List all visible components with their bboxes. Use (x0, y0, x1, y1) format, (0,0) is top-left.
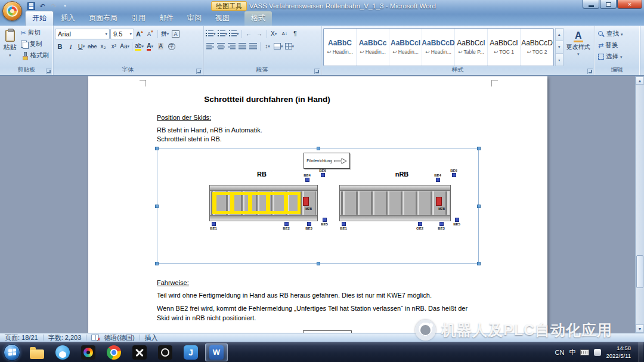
styles-scroll-up-button[interactable]: ▲ (555, 28, 564, 41)
language-indicator[interactable]: 德语(德国) (104, 333, 134, 342)
taskbar-button-messenger[interactable] (51, 344, 74, 361)
selection-handle[interactable] (477, 147, 481, 150)
strikethrough-button[interactable]: abc (87, 41, 97, 51)
tab-format[interactable]: 格式 (244, 11, 272, 26)
character-shading-button[interactable]: A (156, 41, 166, 51)
doc-text-paragraph[interactable]: Wenn BE2 frei wird, kommt die Fehlermeld… (157, 304, 474, 323)
page-indicator[interactable]: 页面: 18/21 (5, 333, 38, 342)
style-item[interactable]: AaBbCcD↩ TOC 2 (521, 29, 553, 66)
subscript-button[interactable]: x₂ (98, 41, 108, 51)
doc-text-line[interactable]: Teil wird ohne Fertigmeldung in Hand aus… (157, 292, 432, 299)
styles-scroll-down-button[interactable]: ▼ (555, 41, 564, 54)
style-item[interactable]: AaBbCc↩ Headin... (357, 29, 389, 66)
doc-position-heading[interactable]: Position der Skids: (157, 114, 211, 121)
keyboard-icon[interactable] (580, 349, 589, 355)
selection-handle[interactable] (155, 262, 159, 265)
undo-button[interactable]: ↶ (38, 1, 47, 11)
align-center-button[interactable] (216, 41, 226, 51)
qat-customize-button[interactable]: ▾ (60, 1, 70, 11)
tab-references[interactable]: 引用 (125, 11, 152, 26)
taskbar-button-chrome[interactable] (103, 344, 125, 361)
show-hide-marks-button[interactable]: ¶ (290, 29, 301, 39)
paste-button[interactable]: 粘贴 ▾ (2, 27, 18, 61)
paragraph-dialog-launcher[interactable] (314, 69, 320, 74)
taskbar-button-app-cam[interactable] (154, 344, 177, 361)
pinyin-guide-button[interactable]: 拼▾ (160, 29, 170, 39)
taskbar-button-explorer[interactable] (26, 344, 48, 361)
change-styles-button[interactable]: A 更改样式 ▾ (565, 27, 592, 66)
font-dialog-launcher[interactable] (196, 69, 202, 74)
insert-mode-indicator[interactable]: 插入 (145, 333, 158, 342)
increase-indent-button[interactable]: → (255, 29, 265, 39)
bullets-button[interactable]: ▾ (205, 29, 216, 39)
grow-font-button[interactable]: A▲ (135, 29, 145, 39)
vertical-scrollbar[interactable]: ▲ ▼ (635, 76, 644, 333)
tab-mailings[interactable]: 邮件 (153, 11, 180, 26)
doc-fahrweise-heading[interactable]: Fahrweise: (157, 279, 189, 286)
taskbar-button-word-active[interactable]: W (205, 344, 228, 361)
select-button[interactable]: 选择▾ (596, 51, 637, 62)
style-item[interactable]: AaBbC↩ Headin... (324, 29, 357, 66)
doc-text-line[interactable]: Schrottteil steht in RB. (157, 135, 222, 143)
font-color-button[interactable]: A▾ (145, 41, 155, 51)
style-item[interactable]: AaBbCcI↩ Headin... (389, 29, 422, 66)
tab-view[interactable]: 视图 (209, 11, 236, 26)
highlight-color-button[interactable]: ab▾ (134, 41, 144, 51)
redo-button[interactable]: ↷ (49, 1, 58, 11)
italic-button[interactable]: I (66, 41, 76, 51)
style-item[interactable]: AaBbCcI↩ Table P... (455, 29, 488, 66)
enclose-character-button[interactable]: 字 (166, 41, 177, 51)
ime-mode-indicator[interactable]: 中 (569, 348, 575, 357)
align-left-button[interactable] (205, 41, 215, 51)
taskbar-button-media-player[interactable] (77, 344, 100, 361)
change-case-button[interactable]: Aa▾ (119, 41, 130, 51)
input-language-indicator[interactable]: CN (555, 349, 565, 356)
selection-handle[interactable] (317, 147, 320, 150)
decrease-indent-button[interactable]: ← (244, 29, 254, 39)
copy-button[interactable]: 复制 (19, 39, 51, 49)
underline-button[interactable]: U▾ (76, 41, 86, 51)
font-name-select[interactable]: Arial▾ (55, 29, 110, 39)
tab-home[interactable]: 开始 (25, 11, 54, 26)
asian-layout-button[interactable]: X▾ (269, 29, 279, 39)
selected-drawing-canvas[interactable]: Förderrichtung RB nRB MZB (157, 148, 479, 264)
scroll-down-icon[interactable]: ▼ (636, 324, 644, 333)
sort-button[interactable]: A↓ (280, 29, 290, 39)
doc-title-text[interactable]: Schrottteil durchfahren (in Hand) (148, 95, 386, 104)
close-button[interactable]: × (617, 0, 642, 9)
cut-button[interactable]: ✂剪切 (19, 27, 51, 38)
format-painter-button[interactable]: 格式刷 (19, 50, 51, 61)
save-button[interactable] (26, 1, 36, 11)
styles-dialog-launcher[interactable] (587, 69, 593, 74)
scrollbar-thumb[interactable] (636, 255, 643, 288)
borders-button[interactable]: ▾ (284, 41, 295, 51)
taskbar-button-app-j[interactable]: J (179, 344, 202, 361)
distribute-button[interactable] (248, 41, 258, 51)
office-button[interactable] (2, 1, 22, 21)
align-right-button[interactable] (227, 41, 237, 51)
doc-text-line[interactable]: RB steht in Hand, nRB in Automatik. (157, 126, 262, 134)
style-item[interactable]: AaBbCcI↩ TOC 1 (488, 29, 521, 66)
superscript-button[interactable]: x² (109, 41, 119, 51)
taskbar-button-app-x[interactable] (128, 344, 151, 361)
selection-handle[interactable] (155, 205, 159, 208)
numbering-button[interactable]: ▾ (217, 29, 228, 39)
document-area[interactable]: Schrottteil durchfahren (in Hand) Positi… (0, 76, 644, 333)
show-desktop-button[interactable] (639, 342, 643, 362)
find-button[interactable]: 查找▾ (596, 29, 637, 39)
bold-button[interactable]: B (55, 41, 65, 51)
tray-icon[interactable] (594, 349, 601, 356)
font-size-select[interactable]: 9.5▾ (110, 29, 134, 39)
selection-handle[interactable] (477, 205, 481, 208)
tray-clock[interactable]: 14:58 2022/5/11 (606, 345, 631, 360)
word-count[interactable]: 字数: 2,203 (48, 333, 82, 342)
selection-handle[interactable] (477, 262, 481, 265)
scroll-up-icon[interactable]: ▲ (636, 76, 644, 85)
maximize-button[interactable] (600, 0, 617, 9)
shading-button[interactable]: ▾ (273, 41, 284, 51)
minimize-button[interactable] (583, 0, 599, 9)
tab-insert[interactable]: 插入 (54, 11, 82, 26)
styles-more-button[interactable]: ▾ (555, 54, 564, 66)
justify-button[interactable] (237, 41, 247, 51)
multilevel-list-button[interactable]: ▾ (228, 29, 240, 39)
